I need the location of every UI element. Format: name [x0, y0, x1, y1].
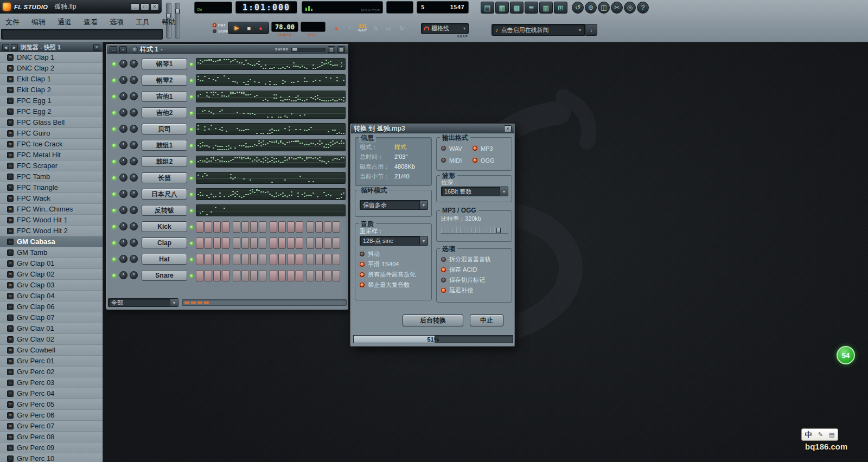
- menu-item[interactable]: 工具: [136, 17, 150, 27]
- browser-item[interactable]: ≈FPC Egg 2: [0, 106, 103, 117]
- browser-item[interactable]: ≈Grv Clav 01: [0, 323, 103, 334]
- news-download-button[interactable]: ↓: [585, 24, 597, 36]
- step-cell[interactable]: [213, 254, 221, 265]
- step-cell[interactable]: [250, 238, 258, 249]
- bitrate-slider[interactable]: [441, 227, 508, 234]
- render-option[interactable]: 保存 ACID: [441, 265, 510, 275]
- pattern-preview[interactable]: [196, 204, 346, 216]
- blend-rec-icon[interactable]: ▭: [384, 24, 393, 33]
- step-cell[interactable]: [213, 238, 221, 249]
- step-cell[interactable]: [333, 254, 340, 265]
- channel-mute-led[interactable]: [112, 241, 116, 245]
- browser-close-icon[interactable]: ×: [93, 44, 100, 51]
- format-option[interactable]: MP3: [473, 143, 510, 153]
- render-option[interactable]: 延迟补偿: [441, 285, 510, 296]
- forward-icon[interactable]: ▶: [11, 44, 18, 51]
- play-button[interactable]: ▶: [234, 24, 239, 31]
- pan-knob[interactable]: [119, 206, 127, 214]
- channel-mute-led[interactable]: [112, 62, 116, 66]
- channel-select-led[interactable]: [190, 242, 193, 245]
- pattern-name[interactable]: 样式 1: [140, 45, 158, 54]
- quality-option[interactable]: 抖动: [360, 249, 430, 259]
- step-cell[interactable]: [270, 238, 277, 249]
- pattern-preview[interactable]: [196, 91, 346, 102]
- channel-mute-led[interactable]: [112, 127, 116, 131]
- detach-icon[interactable]: ↔: [110, 46, 117, 53]
- step-cell[interactable]: [213, 270, 221, 281]
- browser-item[interactable]: ≈FPC Egg 1: [0, 95, 103, 106]
- quality-option[interactable]: 禁止最大复音数: [360, 280, 430, 290]
- browser-item[interactable]: ≈Grv Perc 02: [0, 367, 103, 377]
- browser-item[interactable]: ≈Grv Perc 07: [0, 421, 103, 432]
- browser-item[interactable]: ≈Grv Clav 02: [0, 334, 103, 345]
- browser-item[interactable]: ≈Grv Perc 10: [0, 453, 103, 462]
- volume-knob[interactable]: [130, 174, 138, 182]
- loop-mode-dropdown[interactable]: 保留多余 ▾: [360, 200, 428, 210]
- step-cell[interactable]: [213, 221, 221, 233]
- menu-item[interactable]: 编辑: [31, 17, 46, 27]
- playlist-button[interactable]: ▤: [481, 2, 494, 14]
- step-cell[interactable]: [233, 254, 240, 265]
- countdown-button[interactable]: 321WAIT: [358, 24, 367, 33]
- step-cell[interactable]: [233, 270, 240, 281]
- step-cell[interactable]: [222, 270, 229, 281]
- step-cell[interactable]: [315, 221, 323, 233]
- save-button[interactable]: ◫: [598, 2, 610, 14]
- volume-knob[interactable]: [130, 108, 138, 117]
- browser-item[interactable]: ≈Grv Clap 02: [0, 269, 103, 280]
- channel-mute-led[interactable]: [112, 95, 116, 99]
- piano-roll-button[interactable]: ▩: [510, 2, 524, 14]
- news-bar[interactable]: ♪ 点击启用在线新闻 ▾: [492, 24, 585, 36]
- format-option[interactable]: OGG: [473, 155, 510, 165]
- browser-item[interactable]: ≈Grv Perc 03: [0, 377, 103, 388]
- pan-knob[interactable]: [119, 92, 127, 100]
- step-cell[interactable]: [241, 238, 249, 249]
- channel-select-led[interactable]: [190, 63, 193, 66]
- browser-item[interactable]: ≈Grv Clap 07: [0, 312, 103, 323]
- channel-button[interactable]: 钢琴2: [142, 75, 187, 86]
- ime-toolbar[interactable]: 中 ✎ ▤: [801, 428, 838, 441]
- add-button[interactable]: ⊕: [585, 2, 597, 14]
- channel-select-led[interactable]: [190, 274, 193, 278]
- snap-selector[interactable]: 栅格线 ▾: [421, 23, 469, 34]
- step-cell[interactable]: [287, 270, 295, 281]
- step-cell[interactable]: [241, 254, 249, 265]
- channel-select-led[interactable]: [190, 112, 193, 115]
- channel-button[interactable]: Hat: [142, 254, 187, 265]
- step-cell[interactable]: [241, 221, 249, 233]
- mixer-button[interactable]: ▥: [539, 2, 553, 14]
- channel-button[interactable]: Clap: [142, 238, 187, 248]
- keyboard-icon[interactable]: ▤: [829, 431, 834, 438]
- step-cell[interactable]: [222, 238, 229, 249]
- step-cell[interactable]: [196, 254, 203, 265]
- keyboard-editor-icon[interactable]: ▩: [337, 46, 345, 53]
- pan-knob[interactable]: [119, 255, 127, 263]
- step-cell[interactable]: [296, 221, 303, 233]
- menu-item[interactable]: 选项: [110, 17, 124, 27]
- bitdepth-dropdown[interactable]: 16Bit 整数 ▾: [441, 187, 508, 196]
- step-cell[interactable]: [324, 270, 331, 281]
- channel-button[interactable]: 鼓组2: [142, 156, 187, 167]
- pan-knob[interactable]: [119, 141, 127, 149]
- browser-item[interactable]: ≈FPC Wood Hit 1: [0, 215, 103, 226]
- browser-item[interactable]: ≈FPC Ice Crack: [0, 139, 103, 150]
- browser-item[interactable]: ≈FPC Tamb: [0, 171, 103, 182]
- volume-knob[interactable]: [130, 60, 138, 68]
- step-cell[interactable]: [278, 270, 286, 281]
- browser-item[interactable]: ≈FPC Wack: [0, 193, 103, 204]
- browser-item[interactable]: ≈FPC Triangle: [0, 182, 103, 193]
- pattern-preview[interactable]: [196, 58, 346, 70]
- channel-select-led[interactable]: [190, 193, 193, 196]
- step-cell[interactable]: [315, 270, 323, 281]
- browser-item[interactable]: ≈FPC Metal Hit: [0, 150, 103, 161]
- abort-button[interactable]: 中止: [470, 315, 503, 326]
- volume-knob[interactable]: [130, 157, 138, 165]
- volume-knob[interactable]: [130, 239, 138, 247]
- channel-mute-led[interactable]: [112, 176, 116, 180]
- channel-select-led[interactable]: [190, 258, 193, 261]
- zoom-button[interactable]: ◎: [624, 2, 636, 14]
- menu-item[interactable]: 查看: [84, 17, 98, 27]
- step-cell[interactable]: [250, 254, 258, 265]
- step-cell[interactable]: [270, 270, 277, 281]
- step-cell[interactable]: [205, 238, 212, 249]
